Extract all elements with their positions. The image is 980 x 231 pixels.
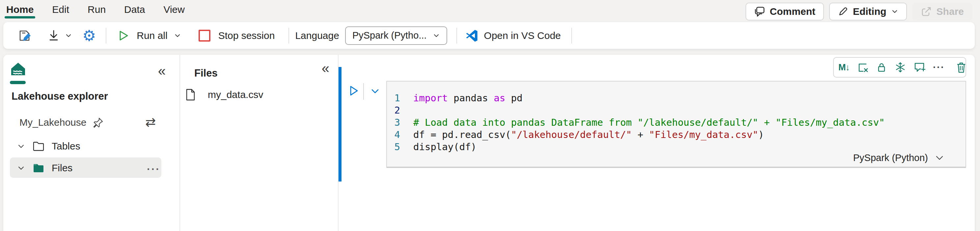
cell-kernel-label: PySpark (Python) bbox=[853, 152, 928, 164]
code-cell[interactable]: 1import pandas as pd23# Load data into p… bbox=[386, 81, 966, 168]
toolbar-divider bbox=[571, 28, 572, 43]
pencil-icon bbox=[838, 6, 848, 17]
run-all-label[interactable]: Run all bbox=[137, 30, 167, 41]
switch-lakehouse-icon[interactable]: ⇄ bbox=[145, 115, 156, 129]
files-panel-title: Files bbox=[194, 67, 218, 79]
language-label: Language bbox=[295, 30, 339, 41]
file-name: my_data.csv bbox=[208, 89, 263, 100]
chevron-down-icon[interactable] bbox=[17, 164, 25, 172]
editing-button-label: Editing bbox=[853, 6, 886, 17]
notebook-toolbar: ⚙ Run all Stop session Language PySpark … bbox=[3, 22, 975, 49]
code-line[interactable]: 5display(df) bbox=[387, 141, 966, 153]
open-vscode-label[interactable]: Open in VS Code bbox=[484, 30, 561, 41]
run-cell-button[interactable] bbox=[348, 85, 360, 97]
share-icon bbox=[921, 6, 932, 17]
editing-mode-button[interactable]: Editing bbox=[829, 3, 907, 21]
stop-session-icon[interactable] bbox=[199, 30, 210, 42]
lakehouse-tab-indicator bbox=[10, 81, 26, 84]
active-tab-underline bbox=[5, 16, 35, 18]
comment-icon bbox=[754, 6, 765, 17]
run-all-chevron-icon[interactable] bbox=[173, 32, 181, 40]
chevron-down-icon[interactable] bbox=[17, 142, 25, 151]
share-button: Share bbox=[912, 3, 972, 21]
code-line[interactable]: 3# Load data into pandas DataFrame from … bbox=[387, 117, 966, 129]
lakehouse-explorer-panel: « Lakehouse explorer My_Lakehouse ⇄ Tabl… bbox=[3, 55, 180, 231]
explorer-title: Lakehouse explorer bbox=[11, 90, 108, 102]
top-actions: Comment Editing Share bbox=[746, 3, 972, 21]
file-list-item[interactable]: my_data.csv bbox=[185, 88, 263, 101]
language-dropdown[interactable]: PySpark (Pytho... bbox=[345, 26, 447, 45]
cell-kernel-selector[interactable]: PySpark (Python) bbox=[853, 152, 945, 164]
comment-button-label: Comment bbox=[770, 6, 815, 17]
settings-gear-icon[interactable]: ⚙ bbox=[82, 28, 96, 43]
main-content: « Lakehouse explorer My_Lakehouse ⇄ Tabl… bbox=[3, 55, 975, 231]
code-line[interactable]: 1import pandas as pd bbox=[387, 92, 966, 104]
language-dropdown-value: PySpark (Pytho... bbox=[352, 30, 427, 41]
clear-output-icon[interactable] bbox=[857, 61, 869, 74]
lakehouse-name-row[interactable]: My_Lakehouse bbox=[19, 117, 103, 128]
delete-cell-icon[interactable] bbox=[956, 61, 967, 74]
chevron-down-icon bbox=[935, 154, 945, 162]
toolbar-divider bbox=[288, 28, 289, 43]
code-text: import pandas as pd bbox=[413, 92, 523, 104]
toolbar-divider bbox=[106, 28, 107, 43]
file-icon bbox=[185, 88, 195, 101]
pin-icon[interactable] bbox=[93, 117, 103, 128]
tree-item-files-label: Files bbox=[52, 162, 72, 173]
line-number: 1 bbox=[387, 92, 400, 104]
files-panel: Files « my_data.csv bbox=[180, 55, 339, 231]
share-button-label: Share bbox=[937, 6, 964, 17]
code-line[interactable]: 4df = pd.read_csv("/lakehouse/default/" … bbox=[387, 129, 966, 141]
lock-cell-icon[interactable] bbox=[876, 61, 887, 74]
collapse-files-panel-icon[interactable]: « bbox=[322, 61, 329, 75]
code-text: display(df) bbox=[413, 141, 477, 153]
line-number: 2 bbox=[387, 104, 400, 117]
cell-gutter-divider bbox=[363, 83, 364, 99]
collapse-cell-icon[interactable] bbox=[369, 87, 381, 96]
code-text: # Load data into pandas DataFrame from "… bbox=[413, 117, 885, 129]
cell-toolbar: M↓ ··· bbox=[833, 57, 966, 77]
menu-tab-run[interactable]: Run bbox=[88, 0, 106, 19]
vscode-icon bbox=[466, 29, 478, 42]
download-chevron-icon[interactable] bbox=[65, 32, 72, 40]
menu-tab-edit[interactable]: Edit bbox=[52, 0, 69, 19]
menu-tab-view[interactable]: View bbox=[163, 0, 185, 19]
menu-tab-home-label: Home bbox=[6, 4, 33, 15]
add-comment-icon[interactable] bbox=[913, 61, 925, 74]
freeze-cell-icon[interactable] bbox=[895, 61, 906, 74]
code-line[interactable]: 2 bbox=[387, 104, 966, 117]
lakehouse-icon bbox=[11, 62, 26, 76]
line-number: 3 bbox=[387, 117, 400, 129]
tree-item-files[interactable]: Files bbox=[17, 162, 72, 173]
code-editor[interactable]: 1import pandas as pd23# Load data into p… bbox=[387, 82, 966, 153]
tree-item-tables[interactable]: Tables bbox=[17, 141, 80, 152]
comment-button[interactable]: Comment bbox=[746, 3, 824, 21]
line-number: 4 bbox=[387, 129, 400, 141]
download-icon[interactable] bbox=[47, 29, 60, 43]
line-number: 5 bbox=[387, 141, 400, 153]
more-options-icon[interactable]: ··· bbox=[933, 61, 945, 74]
stop-session-label[interactable]: Stop session bbox=[218, 30, 275, 41]
collapse-explorer-icon[interactable]: « bbox=[158, 64, 165, 78]
lakehouse-name: My_Lakehouse bbox=[19, 117, 86, 128]
code-text: df = pd.read_csv("/lakehouse/default/" +… bbox=[413, 129, 764, 141]
chevron-down-icon bbox=[433, 32, 440, 39]
chevron-down-icon bbox=[891, 8, 898, 15]
run-all-icon[interactable] bbox=[117, 29, 129, 42]
cell-selection-bar bbox=[339, 67, 342, 181]
tree-item-tables-label: Tables bbox=[52, 141, 80, 152]
menu-tab-data[interactable]: Data bbox=[124, 0, 145, 19]
save-icon[interactable] bbox=[17, 28, 32, 43]
files-more-options-icon[interactable]: ··· bbox=[147, 163, 161, 175]
folder-filled-icon bbox=[33, 163, 45, 173]
toolbar-divider bbox=[457, 28, 457, 43]
folder-icon bbox=[33, 141, 45, 151]
menu-tab-home[interactable]: Home bbox=[6, 0, 33, 19]
convert-to-markdown-icon[interactable]: M↓ bbox=[838, 61, 850, 74]
